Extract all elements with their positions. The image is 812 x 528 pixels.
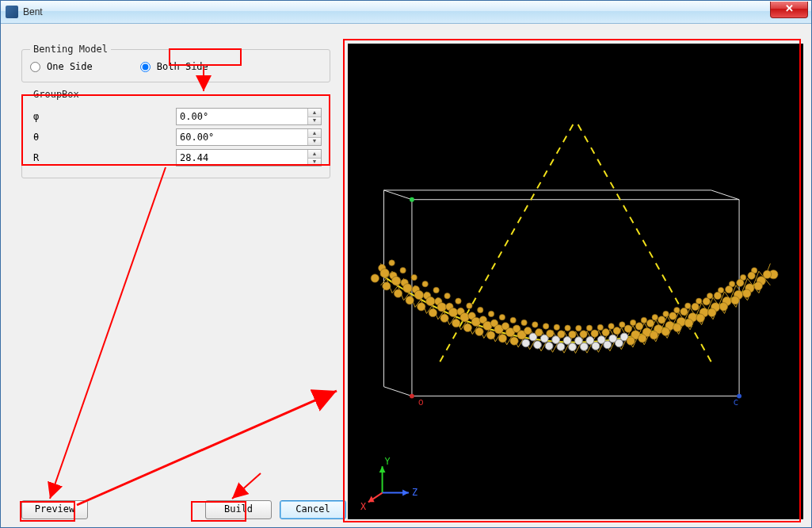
r-spin-up[interactable]: ▲ bbox=[308, 150, 321, 159]
svg-point-180 bbox=[673, 323, 681, 331]
svg-line-1 bbox=[384, 190, 412, 200]
r-spin-down[interactable]: ▼ bbox=[308, 159, 321, 166]
svg-point-146 bbox=[580, 331, 587, 338]
svg-line-220 bbox=[50, 167, 166, 499]
svg-marker-216 bbox=[402, 490, 409, 496]
svg-point-101 bbox=[467, 303, 472, 308]
window-title: Bent bbox=[23, 6, 43, 17]
3d-viewport[interactable]: o c Y Z X bbox=[348, 44, 803, 519]
svg-point-154 bbox=[602, 329, 609, 336]
svg-point-168 bbox=[639, 335, 646, 342]
dialog-window: Bent ✕ Benting Model One Side Both Side bbox=[0, 0, 812, 528]
app-icon bbox=[6, 6, 18, 18]
svg-point-138 bbox=[558, 331, 565, 338]
theta-spin-up[interactable]: ▲ bbox=[308, 129, 321, 138]
svg-marker-214 bbox=[379, 466, 386, 473]
phi-row: φ ▲ ▼ bbox=[30, 108, 322, 125]
svg-point-100 bbox=[440, 314, 448, 322]
phi-spin-down[interactable]: ▼ bbox=[308, 117, 321, 125]
axis-z-label: Z bbox=[412, 487, 417, 498]
svg-point-145 bbox=[586, 325, 592, 331]
svg-point-87 bbox=[414, 290, 423, 299]
svg-point-165 bbox=[641, 317, 646, 323]
parameters-legend: GroupBox bbox=[30, 89, 82, 100]
svg-point-144 bbox=[569, 343, 577, 351]
titlebar: Bent ✕ bbox=[1, 1, 811, 24]
phi-spinbox[interactable]: ▲ ▼ bbox=[176, 108, 322, 125]
svg-point-88 bbox=[406, 297, 414, 304]
svg-point-126 bbox=[524, 327, 531, 335]
svg-point-81 bbox=[411, 274, 417, 280]
benting-model-legend: Benting Model bbox=[30, 44, 111, 55]
build-button[interactable]: Build bbox=[205, 500, 272, 519]
svg-point-206 bbox=[748, 272, 755, 279]
parameters-group: GroupBox φ ▲ ▼ θ bbox=[21, 89, 330, 178]
theta-spin-down[interactable]: ▼ bbox=[308, 138, 321, 146]
phi-spin-up[interactable]: ▲ bbox=[308, 109, 321, 117]
svg-point-125 bbox=[532, 322, 538, 327]
svg-point-83 bbox=[403, 284, 412, 293]
phi-label: φ bbox=[30, 111, 176, 122]
svg-point-170 bbox=[646, 319, 654, 327]
phi-input[interactable] bbox=[177, 109, 307, 124]
svg-point-73 bbox=[389, 260, 395, 266]
close-icon: ✕ bbox=[785, 2, 794, 14]
theta-spinbox[interactable]: ▲ ▼ bbox=[176, 128, 322, 146]
origin-marker bbox=[410, 394, 414, 399]
theta-input[interactable] bbox=[177, 129, 307, 145]
theta-label: θ bbox=[30, 132, 176, 143]
svg-point-188 bbox=[696, 314, 704, 322]
svg-point-92 bbox=[417, 303, 425, 311]
svg-point-108 bbox=[463, 323, 471, 331]
both-side-radio-input[interactable] bbox=[140, 62, 151, 72]
client-area: Benting Model One Side Both Side GroupBo… bbox=[7, 29, 805, 521]
phi-spin-buttons: ▲ ▼ bbox=[307, 109, 321, 124]
svg-point-198 bbox=[725, 285, 732, 293]
svg-point-153 bbox=[608, 323, 614, 329]
theta-row: θ ▲ ▼ bbox=[30, 128, 322, 146]
preview-button[interactable]: Preview bbox=[21, 500, 88, 519]
svg-point-152 bbox=[592, 342, 600, 350]
svg-point-148 bbox=[580, 342, 588, 350]
corner-label: c bbox=[733, 396, 738, 407]
r-input[interactable] bbox=[177, 150, 307, 166]
window-close-button[interactable]: ✕ bbox=[770, 2, 808, 18]
svg-point-186 bbox=[692, 303, 699, 310]
svg-point-134 bbox=[547, 330, 554, 337]
svg-point-85 bbox=[422, 281, 428, 287]
svg-point-172 bbox=[650, 331, 658, 339]
atoms bbox=[371, 260, 778, 354]
svg-point-181 bbox=[685, 303, 691, 308]
svg-point-97 bbox=[456, 298, 461, 304]
axis-x-label: X bbox=[360, 501, 366, 512]
svg-point-192 bbox=[708, 308, 716, 316]
svg-point-129 bbox=[543, 323, 548, 329]
svg-point-80 bbox=[383, 282, 391, 290]
svg-point-93 bbox=[444, 293, 450, 298]
controls-panel: Benting Model One Side Both Side GroupBo… bbox=[21, 44, 330, 185]
svg-line-0 bbox=[384, 387, 412, 396]
svg-point-164 bbox=[627, 337, 635, 345]
svg-point-212 bbox=[763, 270, 771, 278]
svg-point-158 bbox=[613, 327, 620, 335]
both-side-radio[interactable]: Both Side bbox=[140, 61, 208, 72]
svg-point-176 bbox=[661, 327, 669, 335]
r-spinbox[interactable]: ▲ ▼ bbox=[176, 149, 322, 166]
svg-point-169 bbox=[652, 315, 658, 320]
one-side-radio-input[interactable] bbox=[30, 62, 40, 72]
benting-model-radios: One Side Both Side bbox=[30, 59, 322, 74]
svg-point-160 bbox=[615, 339, 623, 347]
svg-point-95 bbox=[437, 303, 446, 312]
svg-point-91 bbox=[426, 297, 435, 305]
svg-point-149 bbox=[597, 324, 603, 330]
svg-point-174 bbox=[658, 316, 665, 323]
r-label: R bbox=[30, 152, 176, 163]
svg-point-208 bbox=[754, 282, 762, 290]
svg-point-103 bbox=[460, 313, 469, 322]
svg-point-136 bbox=[545, 342, 553, 350]
one-side-radio[interactable]: One Side bbox=[30, 61, 93, 72]
cancel-button[interactable]: Cancel bbox=[280, 500, 346, 519]
svg-point-204 bbox=[742, 289, 750, 297]
svg-point-190 bbox=[703, 298, 710, 305]
svg-point-139 bbox=[563, 337, 571, 345]
